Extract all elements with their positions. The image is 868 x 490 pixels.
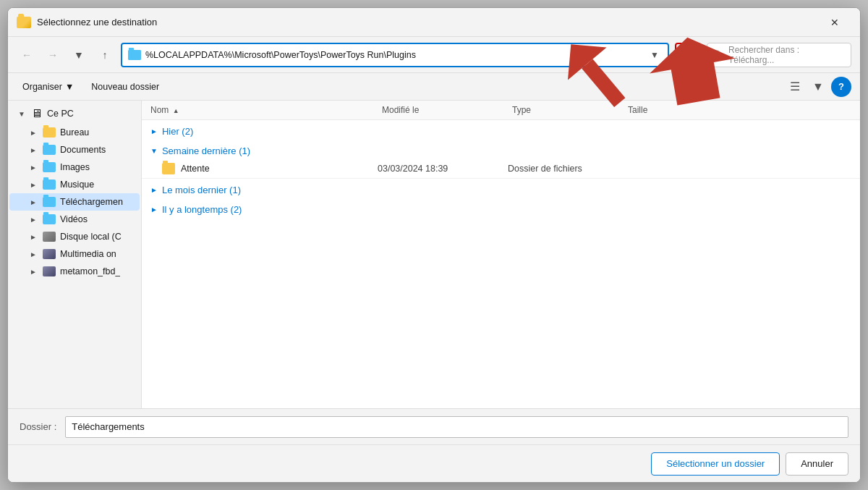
address-bar[interactable]: %LOCALAPPDATA%\Microsoft\PowerToys\Power… <box>121 43 669 67</box>
videos-folder-icon <box>43 214 56 224</box>
command-bar: Organiser ▼ Nouveau dossier ☰ ▼ ? <box>8 73 860 101</box>
videos-label: Vidéos <box>60 214 88 224</box>
images-folder-icon <box>43 162 56 172</box>
cancel-button[interactable]: Annuler <box>786 452 848 476</box>
organiser-label: Organiser <box>22 82 62 92</box>
nouveau-dossier-button[interactable]: Nouveau dossier <box>85 79 165 95</box>
disque-chevron-icon: ► <box>30 233 38 241</box>
disque-icon <box>43 232 56 242</box>
cancel-label: Annuler <box>801 458 833 469</box>
telechargements-folder-icon <box>43 197 56 207</box>
select-button[interactable]: Sélectionner un dossier <box>651 452 780 476</box>
telechargements-chevron-icon: ► <box>30 198 38 206</box>
sidebar-item-images[interactable]: ► Images <box>9 159 140 176</box>
musique-folder-icon <box>43 179 56 190</box>
address-path[interactable]: %LOCALAPPDATA%\Microsoft\PowerToys\Power… <box>145 50 643 60</box>
group-longtemps[interactable]: ► Il y a longtemps (2) <box>142 198 860 218</box>
sidebar-item-multimedia[interactable]: ► Multimedia on <box>9 245 140 263</box>
bureau-label: Bureau <box>60 127 89 138</box>
file-item-attente[interactable]: Attente 03/03/2024 18:39 Dossier de fich… <box>142 159 860 179</box>
search-icon: 🔍 <box>713 50 724 60</box>
sidebar-item-bureau[interactable]: ► Bureau <box>9 124 140 141</box>
address-folder-icon <box>128 50 141 60</box>
search-bar[interactable]: 🔍 Rechercher dans : Télécharg... <box>707 43 851 67</box>
sidebar-item-musique[interactable]: ► Musique <box>9 176 140 193</box>
action-bar: Sélectionner un dossier Annuler <box>8 444 860 482</box>
view-list-button[interactable]: ☰ <box>785 77 805 97</box>
attente-name: Attente <box>181 164 378 174</box>
group-mois[interactable]: ► Le mois dernier (1) <box>142 179 860 198</box>
nom-sort-icon: ▲ <box>173 107 179 114</box>
mois-chevron-icon: ► <box>150 186 158 194</box>
title-bar-left: Sélectionnez une destination <box>17 17 157 28</box>
select-label: Sélectionner un dossier <box>666 458 765 469</box>
cepc-label: Ce PC <box>47 109 74 119</box>
nouveau-dossier-label: Nouveau dossier <box>91 82 159 92</box>
cepc-chevron-icon: ▼ <box>18 110 27 118</box>
dropdown-button[interactable]: ▼ <box>69 45 89 65</box>
dialog-window: Sélectionnez une destination ✕ ← → ▼ ↑ %… <box>7 7 861 483</box>
bottom-bar: Dossier : <box>8 408 860 444</box>
address-dropdown-icon[interactable]: ▼ <box>647 48 662 62</box>
bureau-folder-icon <box>43 127 56 138</box>
col-header-taille[interactable]: Taille <box>628 105 700 115</box>
up-button[interactable]: ↑ <box>95 45 115 65</box>
images-label: Images <box>60 162 90 172</box>
folder-input[interactable] <box>65 416 848 438</box>
group-hier[interactable]: ► Hier (2) <box>142 120 860 140</box>
sidebar-item-documents[interactable]: ► Documents <box>9 141 140 159</box>
up-icon: ↑ <box>103 49 108 61</box>
attente-date: 03/03/2024 18:39 <box>378 164 508 174</box>
semaine-chevron-icon: ▼ <box>150 147 158 155</box>
disque-label: Disque local (C <box>60 232 122 242</box>
help-button[interactable]: ? <box>831 77 851 97</box>
col-header-nom[interactable]: Nom ▲ <box>150 105 382 115</box>
bureau-chevron-icon: ► <box>30 129 38 137</box>
longtemps-chevron-icon: ► <box>150 206 158 214</box>
go-button[interactable]: → <box>675 43 701 67</box>
help-icon: ? <box>838 81 844 92</box>
telechargements-label: Téléchargemen <box>60 197 123 207</box>
title-bar: Sélectionnez une destination ✕ <box>8 8 860 37</box>
documents-label: Documents <box>60 145 106 155</box>
search-placeholder: Rechercher dans : Télécharg... <box>728 45 845 65</box>
hier-chevron-icon: ► <box>150 127 158 135</box>
back-button[interactable]: ← <box>17 45 37 65</box>
attente-type: Dossier de fichiers <box>508 164 624 174</box>
back-icon: ← <box>22 49 32 61</box>
view-chevron-icon: ▼ <box>812 80 824 93</box>
group-hier-label: Hier (2) <box>162 126 193 137</box>
forward-button[interactable]: → <box>43 45 63 65</box>
sidebar-item-telechargements[interactable]: ► Téléchargemen <box>9 193 140 211</box>
col-header-type[interactable]: Type <box>512 105 628 115</box>
organiser-button[interactable]: Organiser ▼ <box>17 79 80 95</box>
dropdown-icon: ▼ <box>74 49 84 61</box>
sidebar-item-cepc[interactable]: ▼ 🖥 Ce PC <box>9 104 140 124</box>
col-header-modifie[interactable]: Modifié le <box>382 105 512 115</box>
folder-label: Dossier : <box>20 421 56 432</box>
view-dropdown-button[interactable]: ▼ <box>808 77 828 97</box>
sidebar-item-disque[interactable]: ► Disque local (C <box>9 228 140 245</box>
file-list: Nom ▲ Modifié le Type Taille ► Hier (2) <box>142 101 860 408</box>
group-semaine[interactable]: ▼ Semaine dernière (1) <box>142 140 860 159</box>
documents-folder-icon <box>43 145 56 155</box>
file-list-header: Nom ▲ Modifié le Type Taille <box>142 101 860 120</box>
videos-chevron-icon: ► <box>30 216 38 224</box>
organiser-chevron-icon: ▼ <box>65 82 74 92</box>
metamon-label: metamon_fbd_ <box>60 266 120 276</box>
sidebar: ▼ 🖥 Ce PC ► Bureau ► Documents ► Images <box>8 101 142 408</box>
sidebar-item-videos[interactable]: ► Vidéos <box>9 211 140 228</box>
metamon-chevron-icon: ► <box>30 268 38 276</box>
main-content: ▼ 🖥 Ce PC ► Bureau ► Documents ► Images <box>8 101 860 408</box>
dialog-title: Sélectionnez une destination <box>37 17 157 28</box>
close-button[interactable]: ✕ <box>818 11 851 34</box>
multimedia-chevron-icon: ► <box>30 250 38 258</box>
sidebar-item-metamon[interactable]: ► metamon_fbd_ <box>9 263 140 280</box>
group-semaine-label: Semaine dernière (1) <box>162 145 250 156</box>
title-folder-icon <box>17 17 31 28</box>
multimedia-label: Multimedia on <box>60 249 116 259</box>
view-list-icon: ☰ <box>790 80 800 93</box>
address-bar-area: ← → ▼ ↑ %LOCALAPPDATA%\Microsoft\PowerTo… <box>8 37 860 73</box>
cepc-icon: 🖥 <box>31 107 43 120</box>
forward-icon: → <box>48 49 58 61</box>
